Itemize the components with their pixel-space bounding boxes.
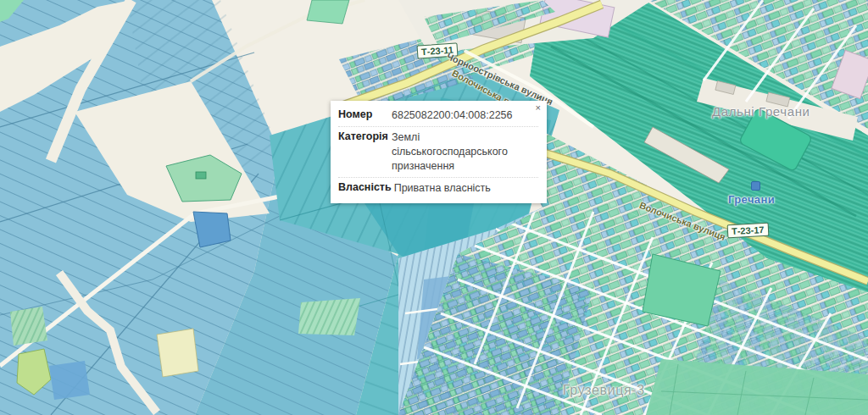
popup-label-number: Номер <box>338 108 389 123</box>
popup-value-ownership: Приватна власність <box>392 181 538 196</box>
popup-row-number: Номер 6825082200:04:008:2256 <box>338 105 538 127</box>
popup-row-category: Категорія Землі сільськогосподарського п… <box>338 127 538 178</box>
popup-label-category: Категорія <box>338 130 389 174</box>
cadastral-map-viewport[interactable]: Т-23-11 Чорноострівська вулиця Волочиськ… <box>0 0 868 415</box>
cadastral-map[interactable] <box>0 0 868 415</box>
popup-value-category: Землі сільськогосподарського призначення <box>389 130 538 174</box>
popup-value-cadastral-number: 6825082200:04:008:2256 <box>389 108 538 123</box>
popup-close-icon[interactable]: × <box>536 103 541 113</box>
parcel-info-popup: × Номер 6825082200:04:008:2256 Категорія… <box>331 101 547 203</box>
popup-row-ownership: Власність Приватна власність <box>338 178 538 199</box>
popup-label-ownership: Власність <box>338 181 392 196</box>
